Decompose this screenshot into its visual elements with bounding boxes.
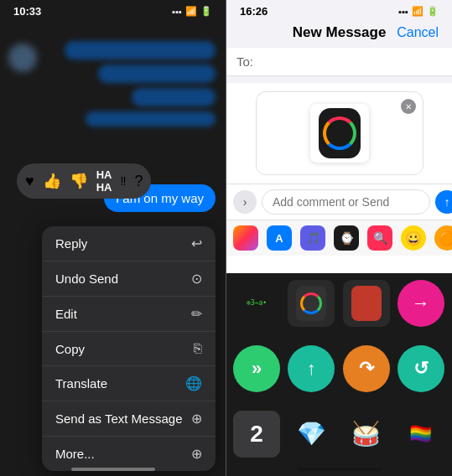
to-label: To: — [236, 54, 253, 69]
reaction-bar: ♥ 👍 👎 HAHA ‼ ? — [17, 163, 151, 199]
translate-icon: 🌐 — [185, 375, 202, 391]
arrow-right-icon: → — [412, 292, 430, 314]
double-arrow-icon: » — [252, 358, 262, 380]
menu-item-more[interactable]: More... ⊕ — [42, 437, 216, 471]
watch-sticker — [310, 104, 369, 163]
right-wifi-icon: 📶 — [412, 6, 423, 17]
right-time: 16:26 — [240, 5, 268, 18]
left-status-bar: 10:33 ▪▪▪ 📶 🔋 — [0, 0, 226, 21]
avatar — [8, 44, 37, 72]
sticker-arrow-up-teal[interactable]: ↑ — [288, 345, 335, 392]
sticker-container: ✕ — [256, 91, 423, 175]
sticker-text-label[interactable]: ⊕3→a• — [233, 280, 280, 327]
send-text-icon: ⊕ — [191, 411, 202, 427]
sticker-watch-red[interactable] — [343, 280, 390, 327]
nav-title: New Message — [293, 24, 387, 41]
right-battery-icon: 🔋 — [427, 6, 439, 17]
number-2-text: 2 — [250, 421, 263, 448]
chat-bubble — [98, 65, 216, 83]
more-icon: ⊕ — [191, 446, 202, 462]
app-extra-icon[interactable]: 🟠 — [434, 225, 452, 251]
menu-item-send-text[interactable]: Send as Text Message ⊕ — [42, 401, 216, 437]
watch-ring — [323, 116, 356, 150]
sticker-watch-black[interactable] — [288, 280, 335, 327]
menu-item-send-text-label: Send as Text Message — [55, 411, 182, 426]
nav-bar: New Message Cancel — [226, 21, 452, 48]
battery-icon: 🔋 — [200, 6, 212, 17]
sticker-refresh-teal[interactable]: ↺ — [397, 345, 444, 392]
comment-input[interactable] — [262, 189, 430, 215]
signal-icon: ▪▪▪ — [172, 7, 182, 17]
sticker-double-arrow-green[interactable]: » — [233, 345, 280, 392]
menu-item-reply-label: Reply — [55, 236, 87, 251]
undo-icon: ⊙ — [191, 271, 202, 287]
left-panel: 10:33 ▪▪▪ 📶 🔋 I am on my way ♥ 👍 👎 HAHA … — [0, 0, 226, 476]
chat-bubble — [86, 111, 216, 127]
refresh-icon: ↺ — [413, 358, 429, 380]
app-watch-icon[interactable]: ⌚ — [334, 225, 359, 251]
reply-icon: ↩ — [191, 235, 202, 251]
menu-item-reply[interactable]: Reply ↩ — [42, 226, 216, 261]
sticker-number-2[interactable]: 2 — [233, 411, 280, 458]
heart-reaction[interactable]: ♥ — [25, 173, 34, 190]
sticker-drum[interactable]: 🥁 — [343, 411, 390, 458]
sticker-preview: ✕ — [226, 83, 452, 184]
menu-item-copy-label: Copy — [55, 342, 85, 356]
menu-item-edit-label: Edit — [55, 307, 77, 321]
sticker-arrow-right-pink[interactable]: → — [397, 280, 444, 327]
expand-button[interactable]: › — [233, 190, 257, 214]
ha-reaction[interactable]: HAHA — [96, 168, 112, 194]
menu-item-undo-label: Undo Send — [55, 272, 118, 286]
sticker-diamond[interactable]: 💎 — [288, 411, 335, 458]
context-menu: Reply ↩ Undo Send ⊙ Edit ✏ Copy ⎘ Transl… — [42, 226, 216, 471]
send-button[interactable]: ↑ — [435, 190, 452, 214]
app-search-icon[interactable]: 🔍 — [367, 225, 392, 251]
menu-item-copy[interactable]: Copy ⎘ — [42, 332, 216, 366]
recipient-input[interactable] — [258, 54, 442, 69]
right-panel: 16:26 ▪▪▪ 📶 🔋 New Message Cancel To: ✕ — [226, 0, 452, 476]
left-time: 10:33 — [13, 5, 41, 18]
drum-icon: 🥁 — [351, 420, 381, 448]
menu-item-translate[interactable]: Translate 🌐 — [42, 366, 216, 401]
edit-icon: ✏ — [191, 306, 202, 322]
app-audio-icon[interactable]: 🎵 — [300, 225, 325, 251]
menu-item-translate-label: Translate — [55, 376, 107, 391]
chat-bubble — [65, 41, 216, 60]
menu-item-more-label: More... — [55, 447, 95, 461]
home-indicator — [71, 468, 155, 471]
wifi-icon: 📶 — [185, 6, 197, 17]
sticker-grid: ⊕3→a• → » ↑ ↷ ↺ 2 💎 — [226, 273, 452, 477]
flag-icon: 🏳️‍🌈 — [409, 423, 432, 445]
close-sticker-button[interactable]: ✕ — [401, 99, 416, 114]
left-status-icons: ▪▪▪ 📶 🔋 — [172, 6, 212, 17]
right-status-bar: 16:26 ▪▪▪ 📶 🔋 — [226, 0, 452, 21]
exclamation-reaction[interactable]: ‼ — [120, 174, 126, 188]
right-status-icons: ▪▪▪ 📶 🔋 — [398, 6, 439, 17]
copy-icon: ⎘ — [194, 341, 202, 356]
question-reaction[interactable]: ? — [134, 173, 143, 190]
menu-item-undo-send[interactable]: Undo Send ⊙ — [42, 261, 216, 297]
mini-watch — [296, 286, 326, 321]
mini-watch-red-face — [351, 286, 382, 321]
thumbs-down-reaction[interactable]: 👎 — [70, 172, 88, 190]
arrow-up-icon: ↑ — [307, 358, 316, 380]
cancel-button[interactable]: Cancel — [397, 25, 439, 40]
compose-area: ✕ › ↑ A 🎵 ⌚ 🔍 😀 🟠 — [226, 83, 452, 273]
watch-face — [319, 108, 361, 158]
sticker-arrow-curve-orange[interactable]: ↷ — [343, 345, 390, 392]
app-memoji-icon[interactable]: 😀 — [401, 225, 426, 251]
app-photos-icon[interactable] — [233, 225, 258, 251]
thumbs-up-reaction[interactable]: 👍 — [43, 172, 61, 190]
app-store-icon[interactable]: A — [267, 225, 292, 251]
sticker-code-text: ⊕3→a• — [247, 299, 267, 307]
apps-toolbar: A 🎵 ⌚ 🔍 😀 🟠 — [226, 220, 452, 256]
mini-watch-ring — [300, 292, 322, 314]
right-signal-icon: ▪▪▪ — [398, 7, 408, 17]
to-field: To: — [226, 48, 452, 76]
menu-item-edit[interactable]: Edit ✏ — [42, 297, 216, 332]
arrow-curve-icon: ↷ — [359, 358, 374, 380]
sticker-flag[interactable]: 🏳️‍🌈 — [397, 411, 444, 458]
chat-bubble — [132, 88, 216, 106]
home-indicator-right — [298, 468, 382, 471]
input-bar: › ↑ — [226, 184, 452, 220]
